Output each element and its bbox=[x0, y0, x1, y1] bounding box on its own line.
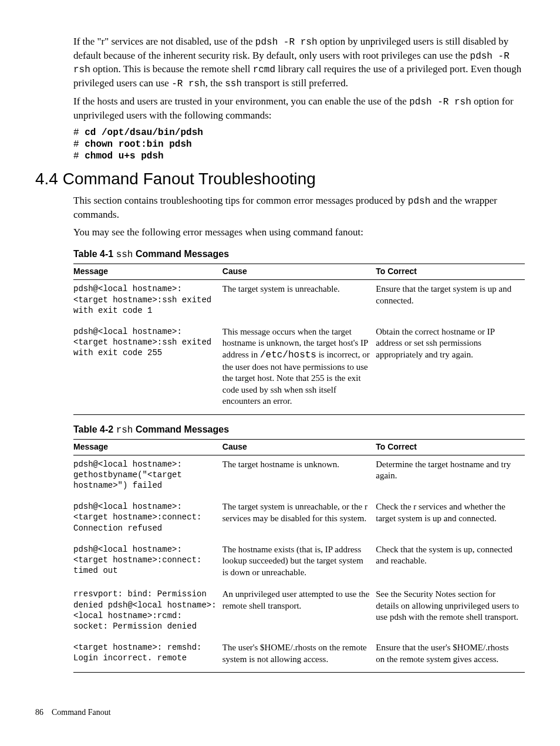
cell-cause: The target system is unreachable. bbox=[222, 280, 376, 323]
cell-cause: The target system is unreachable, or the… bbox=[222, 498, 376, 541]
table-row: pdsh@<local hostname>: gethostbyname("<t… bbox=[73, 455, 525, 498]
code: pdsh -R rsh bbox=[409, 97, 471, 107]
cell-fix: Ensure that the target system is up and … bbox=[376, 280, 525, 323]
command-line-1: # cd /opt/dsau/bin/pdsh bbox=[73, 127, 525, 138]
rsh-messages-table: Message Cause To Correct pdsh@<local hos… bbox=[73, 439, 525, 673]
cell-message: <target hostname>: remshd: Login incorre… bbox=[73, 639, 222, 673]
cell-message: pdsh@<local hostname>: <target hostname>… bbox=[73, 280, 222, 323]
section-body: This section contains troubleshooting ti… bbox=[73, 194, 525, 673]
table-header-row: Message Cause To Correct bbox=[73, 439, 525, 455]
cell-cause: An unprivileged user attempted to use th… bbox=[222, 585, 376, 639]
code: pdsh bbox=[408, 196, 430, 207]
col-header-cause: Cause bbox=[222, 264, 376, 280]
command-line-2: # chown root:bin pdsh bbox=[73, 139, 525, 150]
command: chmod u+s pdsh bbox=[85, 151, 163, 161]
code: pdsh -R rsh bbox=[255, 37, 318, 48]
table-row: pdsh@<local hostname>: <target hostname>… bbox=[73, 280, 525, 323]
code: rsh bbox=[116, 425, 133, 436]
col-header-message: Message bbox=[73, 439, 222, 455]
cell-fix: Obtain the correct hostname or IP addres… bbox=[376, 323, 525, 414]
text: Command Messages bbox=[133, 249, 229, 259]
col-header-message: Message bbox=[73, 264, 222, 280]
text: If the hosts and users are trusted in yo… bbox=[73, 96, 409, 107]
table-2-title: Table 4-2 rsh Command Messages bbox=[73, 424, 525, 436]
text: Command Messages bbox=[133, 424, 229, 434]
table-row: pdsh@<local hostname>: <target hostname>… bbox=[73, 498, 525, 541]
cell-cause: The hostname exists (that is, IP address… bbox=[222, 541, 376, 586]
table-1-title: Table 4-1 ssh Command Messages bbox=[73, 249, 525, 260]
cell-fix: Check the r services and whether the tar… bbox=[376, 498, 525, 541]
command: chown root:bin pdsh bbox=[85, 139, 191, 150]
cell-fix: Check that the system is up, connected a… bbox=[376, 541, 525, 586]
code: ssh bbox=[225, 79, 242, 89]
intro-paragraph-1: If the "r" services are not disabled, us… bbox=[73, 35, 525, 90]
cell-message: pdsh@<local hostname>: <target hostname>… bbox=[73, 498, 222, 541]
text: option. This is because the remote shell bbox=[90, 63, 253, 75]
text: Table 4-2 bbox=[73, 424, 116, 434]
intro-block: If the "r" services are not disabled, us… bbox=[73, 35, 525, 161]
code: -R rsh bbox=[171, 79, 205, 89]
prompt: # bbox=[73, 139, 85, 150]
table-row: pdsh@<local hostname>: <target hostname>… bbox=[73, 323, 525, 414]
table-header-row: Message Cause To Correct bbox=[73, 264, 525, 280]
chapter-title: Command Fanout bbox=[52, 708, 111, 717]
cell-fix: Determine the target hostname and try ag… bbox=[376, 455, 525, 498]
cell-message: rresvport: bind: Permission denied pdsh@… bbox=[73, 585, 222, 639]
code: rcmd bbox=[253, 65, 275, 75]
col-header-correct: To Correct bbox=[376, 439, 525, 455]
intro-paragraph-2: If the hosts and users are trusted in yo… bbox=[73, 95, 525, 123]
col-header-cause: Cause bbox=[222, 439, 376, 455]
code: ssh bbox=[116, 249, 133, 260]
cell-cause: The target hostname is unknown. bbox=[222, 455, 376, 498]
text: This section contains troubleshooting ti… bbox=[73, 195, 408, 206]
table-row: rresvport: bind: Permission denied pdsh@… bbox=[73, 585, 525, 639]
page-number: 86 bbox=[35, 708, 43, 717]
table-row: pdsh@<local hostname>: <target hostname>… bbox=[73, 541, 525, 586]
col-header-correct: To Correct bbox=[376, 264, 525, 280]
cell-cause: The user's $HOME/.rhosts on the remote s… bbox=[222, 639, 376, 673]
text: Table 4-1 bbox=[73, 249, 116, 259]
page-footer: 86 Command Fanout bbox=[35, 708, 525, 717]
text: transport is still preferred. bbox=[242, 77, 348, 89]
section-paragraph-2: You may see the following error messages… bbox=[73, 226, 525, 239]
text: , the bbox=[205, 77, 225, 89]
prompt: # bbox=[73, 127, 85, 138]
section-paragraph-1: This section contains troubleshooting ti… bbox=[73, 194, 525, 222]
cell-fix: Ensure that the user's $HOME/.rhosts on … bbox=[376, 639, 525, 673]
text: If the "r" services are not disabled, us… bbox=[73, 36, 255, 47]
section-heading: 4.4 Command Fanout Troubleshooting bbox=[35, 170, 525, 188]
cell-cause: This message occurs when the target host… bbox=[222, 323, 376, 414]
prompt: # bbox=[73, 151, 85, 161]
cell-fix: See the Security Notes section for detai… bbox=[376, 585, 525, 639]
cell-message: pdsh@<local hostname>: gethostbyname("<t… bbox=[73, 455, 222, 498]
command: cd /opt/dsau/bin/pdsh bbox=[85, 127, 203, 138]
table-row: <target hostname>: remshd: Login incorre… bbox=[73, 639, 525, 673]
code: /etc/hosts bbox=[260, 350, 316, 360]
cell-message: pdsh@<local hostname>: <target hostname>… bbox=[73, 323, 222, 414]
command-line-3: # chmod u+s pdsh bbox=[73, 151, 525, 161]
cell-message: pdsh@<local hostname>: <target hostname>… bbox=[73, 541, 222, 586]
ssh-messages-table: Message Cause To Correct pdsh@<local hos… bbox=[73, 264, 525, 414]
